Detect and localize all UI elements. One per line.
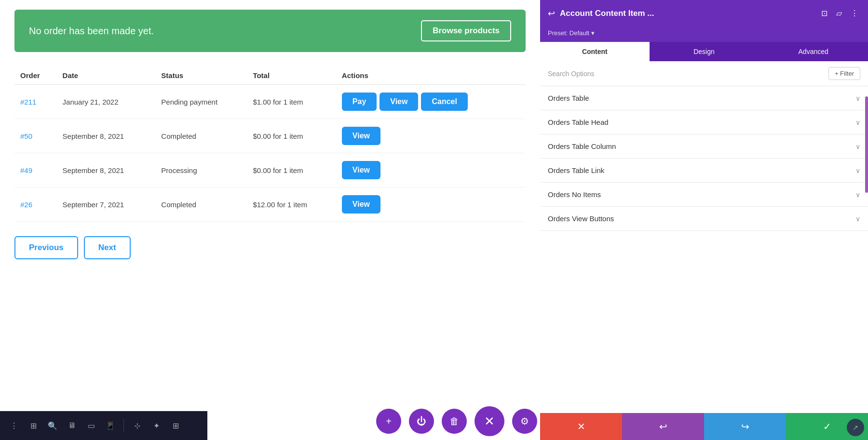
table-row: #211January 21, 2022Pending payment$1.00… — [14, 85, 526, 119]
order-link[interactable]: #49 — [20, 166, 32, 174]
order-status: Completed — [155, 187, 247, 222]
table-row: #49September 8, 2021Processing$0.00 for … — [14, 153, 526, 187]
accordion-label: Orders Table Head — [548, 118, 609, 126]
action-pay-button[interactable]: Pay — [342, 93, 377, 111]
panel-scroll-area: Orders Table∨Orders Table Head∨Orders Ta… — [540, 86, 868, 440]
pagination-controls: Previous Next — [14, 236, 526, 259]
accordion-label: Orders View Buttons — [548, 214, 614, 223]
toolbar-separator — [123, 419, 124, 432]
accordion-chevron-icon: ∨ — [855, 167, 860, 174]
banner-message: No order has been made yet. — [29, 26, 154, 37]
toolbar-search-icon[interactable]: 🔍 — [44, 417, 61, 434]
action-view-button[interactable]: View — [380, 93, 418, 111]
accordion-item[interactable]: Orders Table Head∨ — [540, 110, 868, 134]
accordion-chevron-icon: ∨ — [855, 143, 860, 150]
accordion-chevron-icon: ∨ — [855, 119, 860, 126]
order-date: September 8, 2021 — [57, 153, 156, 187]
accordion-chevron-icon: ∨ — [855, 215, 860, 223]
no-orders-banner: No order has been made yet. Browse produ… — [14, 10, 526, 52]
order-total: $1.00 for 1 item — [247, 85, 336, 119]
col-header-date: Date — [57, 67, 156, 85]
panel-preset: Preset: Default ▾ — [540, 27, 868, 42]
order-actions: View — [336, 187, 526, 222]
order-link[interactable]: #50 — [20, 132, 32, 140]
order-status: Completed — [155, 119, 247, 153]
panel-header-actions: ⊡ ▱ ⋮ — [819, 7, 860, 20]
panel-header-left: ↩ Account Content Item ... — [548, 8, 654, 19]
order-total: $12.00 for 1 item — [247, 187, 336, 222]
scroll-indicator — [865, 96, 868, 193]
accordion-item[interactable]: Orders Table Link∨ — [540, 159, 868, 183]
col-header-total: Total — [247, 67, 336, 85]
next-button[interactable]: Next — [84, 236, 131, 259]
order-status: Processing — [155, 153, 247, 187]
toolbar-select-icon[interactable]: ⊹ — [129, 417, 145, 434]
accordion-label: Orders Table Column — [548, 142, 616, 150]
search-options-label: Search Options — [548, 70, 595, 78]
tab-content[interactable]: Content — [540, 42, 650, 61]
col-header-actions: Actions — [336, 67, 526, 85]
order-link[interactable]: #211 — [20, 98, 36, 106]
toolbar-desktop-icon[interactable]: 🖥 — [64, 417, 80, 434]
tab-design[interactable]: Design — [650, 42, 759, 61]
panel-split-icon[interactable]: ▱ — [834, 7, 844, 20]
action-cancel-button[interactable]: Cancel — [421, 93, 467, 111]
order-actions: PayViewCancel — [336, 85, 526, 119]
tab-advanced[interactable]: Advanced — [759, 42, 868, 61]
order-status: Pending payment — [155, 85, 247, 119]
order-actions: View — [336, 153, 526, 187]
accordion-label: Orders Table Link — [548, 166, 604, 174]
filter-button[interactable]: + Filter — [828, 67, 860, 80]
col-header-status: Status — [155, 67, 247, 85]
previous-button[interactable]: Previous — [14, 236, 78, 259]
toolbar-tablet-icon[interactable]: ▭ — [83, 417, 99, 434]
search-options-bar: Search Options + Filter — [540, 61, 868, 86]
panel-more-icon[interactable]: ⋮ — [849, 7, 860, 20]
order-total: $0.00 for 1 item — [247, 119, 336, 153]
add-button[interactable]: + — [376, 409, 401, 434]
table-row: #50September 8, 2021Completed$0.00 for 1… — [14, 119, 526, 153]
order-date: January 21, 2022 — [57, 85, 156, 119]
footer-redo-button[interactable]: ↪ — [704, 413, 786, 440]
main-content: No order has been made yet. Browse produ… — [0, 0, 540, 440]
accordion-item[interactable]: Orders No Items∨ — [540, 183, 868, 207]
action-view-button[interactable]: View — [342, 195, 380, 213]
toolbar-effect-icon[interactable]: ✦ — [148, 417, 164, 434]
bottom-toolbar: ⋮ ⊞ 🔍 🖥 ▭ 📱 ⊹ ✦ ⊞ — [0, 411, 207, 440]
toolbar-mobile-icon[interactable]: 📱 — [102, 417, 119, 434]
preset-label[interactable]: Preset: Default ▾ — [548, 29, 595, 37]
settings-button[interactable]: ⚙ — [512, 409, 537, 434]
col-header-order: Order — [14, 67, 57, 85]
accordion-label: Orders Table — [548, 94, 589, 102]
panel-fullscreen-icon[interactable]: ⊡ — [819, 7, 829, 20]
footer-cancel-button[interactable]: ✕ — [540, 413, 622, 440]
action-view-button[interactable]: View — [342, 127, 380, 145]
toolbar-menu-icon[interactable]: ⋮ — [6, 417, 22, 434]
panel-tabs: Content Design Advanced — [540, 42, 868, 61]
action-view-button[interactable]: View — [342, 161, 380, 179]
accordion-chevron-icon: ∨ — [855, 94, 860, 102]
close-button[interactable]: ✕ — [475, 406, 504, 436]
accordion-label: Orders No Items — [548, 190, 601, 199]
order-actions: View — [336, 119, 526, 153]
panel-header: ↩ Account Content Item ... ⊡ ▱ ⋮ — [540, 0, 868, 27]
order-link[interactable]: #26 — [20, 200, 32, 209]
back-arrow-icon[interactable]: ↩ — [548, 8, 555, 19]
footer-undo-button[interactable]: ↩ — [622, 413, 704, 440]
panel-title: Account Content Item ... — [560, 9, 654, 18]
power-button[interactable]: ⏻ — [409, 409, 434, 434]
table-row: #26September 7, 2021Completed$12.00 for … — [14, 187, 526, 222]
browse-products-button[interactable]: Browse products — [421, 20, 511, 41]
panel-footer: ✕ ↩ ↪ ✓ — [540, 413, 868, 440]
accordion-chevron-icon: ∨ — [855, 191, 860, 199]
corner-resize-icon: ↗ — [847, 419, 864, 436]
order-total: $0.00 for 1 item — [247, 153, 336, 187]
accordion-item[interactable]: Orders View Buttons∨ — [540, 207, 868, 231]
order-date: September 8, 2021 — [57, 119, 156, 153]
toolbar-grid-icon[interactable]: ⊞ — [25, 417, 41, 434]
toolbar-layout-icon[interactable]: ⊞ — [167, 417, 184, 434]
delete-button[interactable]: 🗑 — [442, 409, 467, 434]
accordion-item[interactable]: Orders Table∨ — [540, 86, 868, 110]
order-date: September 7, 2021 — [57, 187, 156, 222]
accordion-item[interactable]: Orders Table Column∨ — [540, 134, 868, 159]
